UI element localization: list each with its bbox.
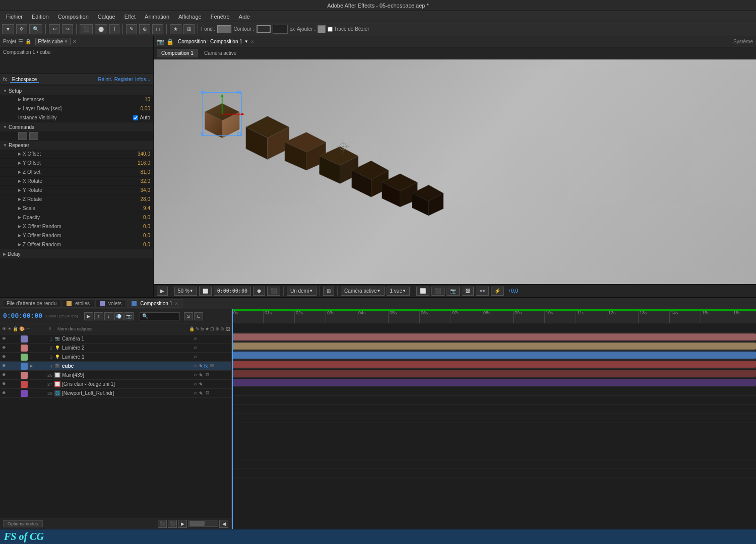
comp-tab-close[interactable]: ✕	[250, 39, 255, 44]
layer-3-solo[interactable]	[8, 354, 14, 360]
layer-2-solo[interactable]	[8, 345, 14, 351]
layer-28-solo[interactable]	[8, 390, 14, 396]
preview-btn[interactable]: ⬛	[267, 287, 280, 296]
menu-affichage[interactable]: Affichage	[174, 13, 206, 21]
tool-star[interactable]: ★	[170, 24, 181, 34]
layer-4-edit[interactable]: ✎	[199, 364, 203, 369]
project-panel-hamburger[interactable]: ☰	[18, 38, 23, 45]
show-snap-btn[interactable]: 🖼	[462, 287, 474, 296]
layer-2-lock[interactable]	[14, 345, 20, 351]
contour-color-swatch[interactable]	[257, 25, 271, 33]
effects-cube-dropdown[interactable]: Effets cube ▼	[35, 38, 71, 45]
zoom-btn[interactable]: 50 % ▼	[174, 287, 197, 296]
tool-ellipse[interactable]: ⬤	[95, 24, 107, 34]
layer-27-lock[interactable]	[14, 381, 20, 387]
tool-puppet[interactable]: ⊞	[183, 24, 195, 34]
layer-4-icon2[interactable]: 🖼	[209, 363, 215, 369]
layer-3-eye[interactable]: 👁	[1, 354, 7, 360]
menu-calque[interactable]: Calque	[94, 13, 119, 21]
layer-2-color[interactable]	[21, 345, 28, 352]
repeater-group-header[interactable]: ▼ Repeater	[0, 141, 153, 150]
tl-timecode[interactable]: 0:00:00:00	[3, 312, 42, 320]
project-panel-close[interactable]: ✕	[73, 39, 77, 44]
layer-28-eye[interactable]: 👁	[1, 390, 7, 396]
y-offset-value[interactable]: 116,0	[138, 160, 150, 166]
tl-status-btn-4[interactable]: ◀	[219, 520, 228, 528]
tl-scroll-area[interactable]	[188, 520, 218, 527]
menu-composition[interactable]: Composition	[54, 13, 93, 21]
instances-value[interactable]: 10	[145, 97, 150, 102]
layer-28-color[interactable]	[21, 390, 28, 397]
layer-28-name[interactable]: [Newport_Loft_Ref.hdr]	[62, 390, 191, 396]
z-rotate-value[interactable]: 28,0	[141, 196, 150, 202]
tl-render-btn[interactable]: 📷	[124, 312, 134, 320]
layer-2-name[interactable]: Lumière 2	[62, 345, 191, 351]
cmd-btn-2[interactable]	[29, 132, 38, 140]
tl-layer-27[interactable]: 👁 27 ⬜ [Gris clair -Rouge uni 1] ⊘ ✎	[0, 380, 231, 389]
project-panel-lock[interactable]: 🔒	[25, 39, 31, 44]
tl-scroll-thumb[interactable]	[190, 521, 205, 526]
resolution-btn[interactable]: ⬜	[199, 287, 212, 296]
safe-zones-btn[interactable]: ⬜	[416, 287, 429, 296]
layer-1-eye[interactable]: 👁	[1, 336, 7, 342]
tl-solo-btn[interactable]: S	[184, 312, 193, 320]
tl-tab-etoiles[interactable]: etoiles	[62, 299, 94, 308]
layer-1-collapse[interactable]	[28, 336, 34, 342]
auto-checkbox[interactable]	[133, 115, 138, 120]
camera-btn[interactable]: Caméra active ▼	[341, 287, 384, 296]
comp-viewer[interactable]	[154, 59, 756, 284]
layer-4-lock[interactable]	[14, 363, 20, 369]
ajouter-swatch[interactable]	[318, 25, 326, 33]
layer-28-icon2[interactable]: 🖼	[204, 390, 210, 396]
menu-edition[interactable]: Edition	[28, 13, 53, 21]
menu-aide[interactable]: Aide	[235, 13, 254, 21]
layer-26-icon2[interactable]: 🖼	[204, 372, 210, 378]
tl-layer-2[interactable]: 👁 2 💡 Lumière 2 ⊘	[0, 344, 231, 353]
layer-28-lock[interactable]	[14, 390, 20, 396]
y-rotate-value[interactable]: 34,0	[141, 187, 150, 193]
layer-4-collapse[interactable]: ▶	[28, 363, 34, 369]
tool-move[interactable]: ✥	[16, 24, 27, 34]
tool-brush[interactable]: ✎	[126, 24, 137, 34]
setup-group-header[interactable]: ▼ Setup	[0, 86, 153, 95]
stroke-width-input[interactable]	[273, 25, 288, 34]
layer-4-solo[interactable]	[8, 363, 14, 369]
layer-4-color[interactable]	[21, 363, 28, 370]
tl-mark-in-btn[interactable]: ↑	[94, 312, 103, 320]
layer-26-solo[interactable]	[8, 372, 14, 378]
layer-27-solo[interactable]	[8, 381, 14, 387]
layer-27-edit[interactable]: ✎	[199, 382, 203, 387]
quality-btn[interactable]: Un demi ▼	[287, 287, 317, 296]
layer-26-collapse[interactable]	[28, 372, 34, 378]
layer-27-eye[interactable]: 👁	[1, 381, 7, 387]
tl-motion-blur-btn[interactable]: 💨	[114, 312, 123, 320]
layer-26-edit[interactable]: ✎	[199, 373, 203, 378]
layer-3-collapse[interactable]	[28, 354, 34, 360]
layer-delay-value[interactable]: 0,00	[141, 106, 150, 111]
tool-rect[interactable]: ⬛	[80, 24, 93, 34]
register-link[interactable]: Register	[114, 77, 133, 82]
layer-4-name[interactable]: cube	[62, 363, 191, 369]
layer-1-solo[interactable]	[8, 336, 14, 342]
layer-1-color[interactable]	[21, 335, 28, 343]
menu-effet[interactable]: Effet	[120, 13, 140, 21]
x-offset-value[interactable]: 340,0	[138, 151, 150, 157]
tool-pen[interactable]: ↩	[49, 24, 60, 34]
play-btn[interactable]: ▶	[157, 287, 168, 296]
layer-4-eye[interactable]: 👁	[1, 363, 7, 369]
layer-26-name[interactable]: Main[439]	[62, 372, 191, 378]
layer-26-lock[interactable]	[14, 372, 20, 378]
tl-mark-out-btn[interactable]: ↓	[104, 312, 113, 320]
layer-3-color[interactable]	[21, 354, 28, 361]
tl-status-btn-1[interactable]: ⬛	[158, 520, 167, 528]
comp-inner-tab-1[interactable]: Composition 1	[157, 49, 198, 57]
tl-tab-comp1-close[interactable]: ✕	[174, 301, 178, 306]
3d-glasses-btn[interactable]: 👓	[476, 287, 489, 296]
delay-group-header[interactable]: ▶ Delay	[0, 249, 153, 258]
effects-tab-main[interactable]: Echospace	[10, 77, 39, 83]
scale-value[interactable]: 9,4	[143, 206, 150, 211]
comp-tab-main[interactable]: Composition : Composition 1 ▼ ✕	[176, 39, 257, 44]
tool-select[interactable]: ▼	[2, 24, 14, 34]
layer-26-color[interactable]	[21, 372, 28, 379]
layer-27-color[interactable]	[21, 381, 28, 388]
